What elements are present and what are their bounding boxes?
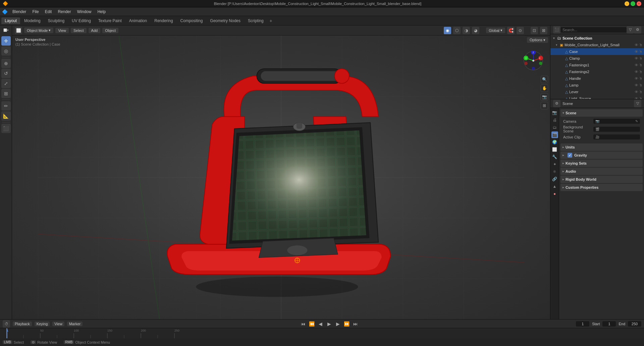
prop-particles-icon[interactable]: ✦ (551, 161, 558, 168)
units-section-header[interactable]: ▸ Units (560, 143, 643, 151)
menu-render[interactable]: Render (55, 9, 73, 15)
prop-object-icon[interactable]: ⬜ (551, 146, 558, 153)
next-keyframe-button[interactable]: ⏩ (343, 320, 351, 328)
outliner-filter[interactable]: ▽ (627, 26, 634, 34)
active-clip-value[interactable]: 🎥 (593, 134, 640, 139)
prop-scene-icon[interactable]: 🎬 (551, 131, 558, 138)
viewport-shading-material[interactable]: ◑ (463, 27, 470, 34)
jump-start-button[interactable]: ⏮ (300, 320, 307, 328)
custom-props-header[interactable]: ▸ Custom Properties (560, 184, 643, 191)
outliner-item-clamp[interactable]: ▸ △ Clamp 👁🖱 (550, 55, 644, 62)
tab-texture-paint[interactable]: Texture Paint (95, 17, 125, 24)
prop-modifier-icon[interactable]: 🔧 (551, 154, 558, 160)
prop-physics-icon[interactable]: ⚛ (551, 168, 558, 175)
prop-material-icon[interactable]: ● (551, 190, 558, 197)
viewport-shading-solid[interactable]: ◉ (444, 27, 451, 34)
xray-toggle[interactable]: ⊠ (540, 27, 547, 34)
current-frame-input[interactable] (576, 321, 589, 327)
outliner-item-fastenings1[interactable]: ▸ △ Fastenings1 👁🖱 (550, 62, 644, 68)
move-tool[interactable]: ⊕ (1, 59, 11, 68)
prop-view-layer-icon[interactable]: 🗂 (551, 124, 558, 131)
cursor-tool[interactable]: ◎ (1, 46, 11, 56)
props-filter[interactable]: ▽ (634, 100, 641, 107)
outliner-item-lamp[interactable]: ▸ △ Lamp 👁🖱 (550, 82, 644, 89)
transform-space[interactable]: Global ▾ (486, 27, 505, 33)
measure-tool[interactable]: 📐 (1, 111, 11, 121)
scene-canvas[interactable]: X Y Z (12, 36, 550, 319)
tab-rendering[interactable]: Rendering (151, 17, 176, 24)
tab-geometry-nodes[interactable]: Geometry Nodes (207, 17, 244, 24)
zoom-to-region[interactable]: 🔍 (541, 76, 548, 83)
props-editor-type-icon[interactable]: ⚙ (553, 100, 560, 107)
prop-render-icon[interactable]: 📷 (551, 109, 558, 116)
viewport-shading-wire[interactable]: ⬡ (453, 27, 461, 34)
outliner-item-light-source[interactable]: ▸ △ Light_Source 👁🖱 (550, 95, 644, 99)
menu-file[interactable]: File (30, 9, 41, 15)
menu-blender[interactable]: Blender (10, 9, 29, 15)
prop-world-icon[interactable]: 🌍 (551, 139, 558, 146)
scene-section-header[interactable]: ▾ Scene (560, 109, 643, 117)
camera-value[interactable]: 📷 ✎ (593, 119, 640, 124)
timeline-editor-icon[interactable]: ⏱ (3, 320, 10, 328)
proportional-edit-icon[interactable]: ⊙ (517, 27, 524, 34)
rigid-body-header[interactable]: ▸ Rigid Body World (560, 176, 643, 183)
object-tool[interactable]: ⬛ (1, 124, 11, 133)
object-menu[interactable]: Object (102, 28, 118, 33)
bg-scene-value[interactable]: 🎬 (593, 127, 640, 132)
outliner-type-icon[interactable]: ⬛ (553, 26, 560, 34)
outliner-collection-main[interactable]: ▾ ▣ Mobile_Construction_Light_Small 👁 🖱 (550, 42, 644, 48)
snap-icon[interactable]: 🧲 (507, 27, 515, 34)
outliner-settings[interactable]: ⚙ (634, 26, 641, 34)
prev-keyframe-button[interactable]: ⏪ (308, 320, 316, 328)
menu-edit[interactable]: Edit (42, 9, 55, 15)
keying-menu[interactable]: Keying (35, 322, 50, 326)
tab-sculpting[interactable]: Sculpting (45, 17, 68, 24)
add-menu[interactable]: Add (89, 28, 101, 33)
outliner-item-fastenings2[interactable]: ▸ △ Fastenings2 👁🖱 (550, 68, 644, 75)
overlay-toggle[interactable]: ⊡ (531, 27, 538, 34)
rotate-tool[interactable]: ↺ (1, 69, 11, 78)
tab-compositing[interactable]: Compositing (177, 17, 206, 24)
close-button[interactable]: × (637, 1, 641, 6)
navigation-gizmo[interactable]: X Y Z (523, 51, 543, 71)
menu-window[interactable]: Window (74, 9, 94, 15)
outliner-search[interactable] (560, 27, 627, 33)
tab-modeling[interactable]: Modeling (21, 17, 44, 24)
prop-data-icon[interactable]: ▲ (551, 183, 558, 190)
move-icon[interactable]: ✋ (541, 84, 548, 92)
audio-section-header[interactable]: ▸ Audio (560, 168, 643, 175)
tab-uv-editing[interactable]: UV Editing (68, 17, 94, 24)
play-button[interactable]: ▶ (326, 320, 333, 328)
playback-menu[interactable]: Playback (13, 322, 32, 326)
minimize-button[interactable]: − (625, 1, 629, 6)
camera-view-icon[interactable]: 📷 (541, 93, 548, 101)
gravity-checkbox[interactable]: ✓ (568, 153, 572, 158)
outliner-item-case[interactable]: ▸ △ Case 👁🖱 (550, 48, 644, 55)
prop-constraints-icon[interactable]: 🔗 (551, 176, 558, 182)
maximize-button[interactable]: □ (631, 1, 635, 6)
select-menu[interactable]: Select (71, 28, 87, 33)
add-workspace-button[interactable]: + (268, 17, 274, 24)
marker-menu[interactable]: Marker (67, 322, 83, 326)
prop-output-icon[interactable]: 🖨 (551, 117, 558, 123)
timeline-ruler[interactable]: 1 50 100 150 200 250 (0, 328, 644, 338)
grid-icon[interactable]: ⊞ (541, 102, 548, 109)
transform-tool[interactable]: ⊞ (1, 89, 11, 98)
scale-tool[interactable]: ⤢ (1, 79, 11, 88)
jump-end-button[interactable]: ⏭ (352, 320, 359, 328)
select-tool[interactable]: ✛ (1, 36, 11, 46)
viewport[interactable]: ⬜ Object Mode ▾ View Select Add Object ◉… (12, 25, 550, 319)
view-menu[interactable]: View (55, 28, 69, 33)
view-menu[interactable]: View (52, 322, 64, 326)
prev-frame-button[interactable]: ◀ (317, 320, 324, 328)
editor-type-icon[interactable]: ⬜ (15, 27, 22, 34)
options-button[interactable]: Options ▾ (527, 37, 548, 43)
keying-sets-header[interactable]: ▸ Keying Sets (560, 160, 643, 167)
viewport-shading-render[interactable]: ◕ (472, 27, 479, 34)
start-frame-input[interactable] (602, 321, 616, 327)
end-frame-input[interactable] (628, 321, 641, 327)
tab-scripting[interactable]: Scripting (245, 17, 267, 24)
mode-selector[interactable]: ⬜▾ (1, 27, 11, 34)
menu-help[interactable]: Help (95, 9, 108, 15)
next-frame-button[interactable]: ▶ (334, 320, 342, 328)
